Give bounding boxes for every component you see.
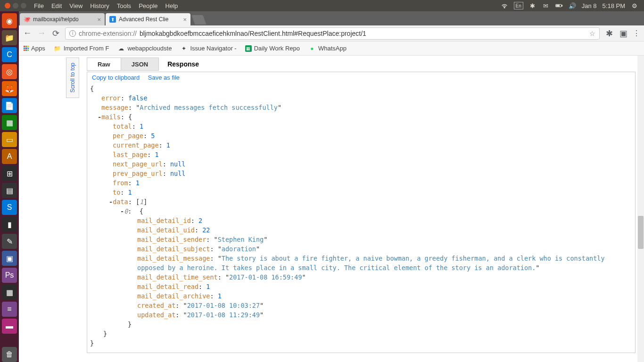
omnibox[interactable]: i chrome-extension://bljmokabgbdkoefbmcc… [65, 27, 600, 40]
url-path: bljmokabgbdkoefbmccaeficehkmlnao/RestCli… [140, 30, 366, 37]
launcher-calc[interactable]: ▦ [2, 115, 17, 130]
lang-indicator[interactable]: En [514, 2, 523, 9]
new-tab-button[interactable] [191, 15, 206, 25]
wifi-icon[interactable] [501, 2, 508, 9]
browser-tab-active[interactable]: ⬆ Advanced Rest Clie × [106, 13, 190, 25]
forward-button: → [37, 28, 46, 38]
reload-button[interactable]: ⟳ [51, 28, 60, 39]
whatsapp-icon: ● [308, 45, 316, 52]
menu-people[interactable]: People [139, 2, 157, 9]
scroll-to-top-button[interactable]: Scroll to top [66, 58, 79, 98]
bookmark-item[interactable]: ☁ webappcloudste [117, 45, 172, 52]
bookmark-label: WhatsApp [318, 45, 347, 52]
chrome-menu-icon[interactable]: ⋮ [633, 29, 640, 38]
tab-title: Advanced Rest Clie [119, 16, 180, 23]
svg-rect-2 [561, 5, 562, 7]
launcher-files[interactable]: 📁 [2, 30, 17, 45]
launcher-app[interactable]: ⊞ [2, 166, 17, 181]
menu-file[interactable]: File [34, 2, 44, 9]
menu-help[interactable]: Help [165, 2, 178, 9]
menu-view[interactable]: View [69, 2, 83, 9]
tab-title: mailboxapi/helpdo [33, 16, 94, 23]
bluetooth-icon[interactable]: ✱ [529, 2, 537, 9]
close-icon[interactable]: × [183, 16, 187, 23]
svg-point-0 [504, 7, 505, 8]
launcher-trash[interactable]: 🗑 [2, 347, 17, 362]
github-icon: 🐙 [24, 16, 30, 23]
bookmark-item[interactable]: ▦ Daily Work Repo [245, 45, 300, 52]
window-minimize-button[interactable] [13, 3, 18, 8]
menu-edit[interactable]: Edit [51, 2, 62, 9]
collapse-toggle[interactable]: - [98, 113, 101, 121]
launcher-editor[interactable]: ✎ [2, 234, 17, 249]
back-button[interactable]: ← [23, 28, 32, 38]
tab-bar: 🐙 mailboxapi/helpdo × ⬆ Advanced Rest Cl… [19, 11, 644, 25]
chrome-window: 🐙 mailboxapi/helpdo × ⬆ Advanced Rest Cl… [19, 11, 644, 362]
extension-icon[interactable]: ✱ [604, 28, 614, 39]
response-body: Copy to clipboard Save as file { error: … [87, 72, 636, 353]
window-maximize-button[interactable] [21, 3, 26, 8]
launcher-app[interactable]: ▤ [2, 183, 17, 198]
collapse-toggle[interactable]: - [109, 198, 113, 206]
system-menubar: File Edit View History Tools People Help… [0, 0, 644, 11]
url-scheme: chrome-extension:// [79, 30, 137, 37]
extension-icon[interactable]: ▣ [619, 28, 628, 39]
launcher-app[interactable]: ▦ [2, 285, 17, 300]
launcher-app[interactable]: ▣ [2, 251, 17, 266]
window-controls [2, 3, 29, 8]
clock-date[interactable]: Jan 8 [582, 2, 597, 9]
bookmark-label: webappcloudste [127, 45, 172, 52]
close-icon[interactable]: × [97, 16, 101, 23]
bookmarks-bar: Apps 📁 Imported From F ☁ webappcloudste … [19, 41, 644, 56]
launcher-app[interactable]: ▬ [2, 319, 17, 334]
save-as-file-link[interactable]: Save as file [148, 74, 180, 81]
menu-tools[interactable]: Tools [117, 2, 131, 9]
launcher-terminal[interactable]: ▮ [2, 217, 17, 232]
scroll-to-top-label: Scroll to top [69, 63, 76, 92]
scrollbar-track[interactable] [637, 56, 644, 362]
apps-label: Apps [31, 45, 45, 52]
launcher-skype[interactable]: S [2, 200, 17, 215]
apps-button[interactable]: Apps [24, 45, 45, 52]
bookmark-star-icon[interactable]: ☆ [589, 30, 595, 37]
mail-icon[interactable]: ✉ [542, 2, 550, 9]
launcher-app[interactable]: C [2, 47, 17, 62]
jira-icon: ✦ [180, 45, 188, 52]
launcher-firefox[interactable]: 🦊 [2, 81, 17, 96]
launcher-app[interactable]: ≡ [2, 302, 17, 317]
menu-history[interactable]: History [90, 2, 109, 9]
tab-raw[interactable]: Raw [87, 58, 121, 70]
launcher-app[interactable]: Ps [2, 268, 17, 283]
launcher-app[interactable]: ◎ [2, 64, 17, 79]
bookmark-label: Imported From F [64, 45, 109, 52]
sound-icon[interactable]: 🔊 [569, 2, 576, 9]
app-menu: File Edit View History Tools People Help [29, 2, 178, 9]
bookmark-label: Issue Navigator - [190, 45, 236, 52]
page-content: Scroll to top Raw JSON Response Copy to … [19, 56, 644, 362]
arc-icon: ⬆ [109, 16, 116, 23]
window-close-button[interactable] [5, 3, 10, 8]
scrollbar-thumb[interactable] [638, 216, 644, 249]
bookmark-item[interactable]: 📁 Imported From F [54, 45, 109, 52]
folder-icon: 📁 [54, 45, 61, 52]
cloud-icon: ☁ [117, 45, 125, 52]
response-tabs: Raw JSON [87, 58, 159, 71]
bookmark-item[interactable]: ✦ Issue Navigator - [180, 45, 236, 52]
browser-tab[interactable]: 🐙 mailboxapi/helpdo × [20, 13, 105, 25]
launcher-writer[interactable]: 📄 [2, 98, 17, 113]
copy-to-clipboard-link[interactable]: Copy to clipboard [92, 74, 140, 81]
collapse-toggle[interactable]: - [120, 207, 124, 215]
clock-time[interactable]: 5:18 PM [603, 2, 625, 9]
response-panel: Raw JSON Response Copy to clipboard Save… [87, 58, 636, 353]
tab-json[interactable]: JSON [121, 58, 158, 70]
bookmark-item[interactable]: ● WhatsApp [308, 45, 347, 52]
info-icon[interactable]: i [69, 30, 76, 37]
battery-icon[interactable] [555, 2, 563, 9]
launcher-impress[interactable]: ▭ [2, 132, 17, 147]
launcher-app[interactable]: A [2, 149, 17, 164]
apps-icon [24, 46, 29, 51]
response-label: Response [167, 60, 199, 68]
launcher-dash[interactable]: ◉ [2, 13, 17, 28]
unity-launcher: ◉ 📁 C ◎ 🦊 📄 ▦ ▭ A ⊞ ▤ S ▮ ✎ ▣ Ps ▦ ≡ ▬ 🗑 [0, 11, 19, 362]
gear-icon[interactable]: ⚙ [631, 2, 638, 9]
